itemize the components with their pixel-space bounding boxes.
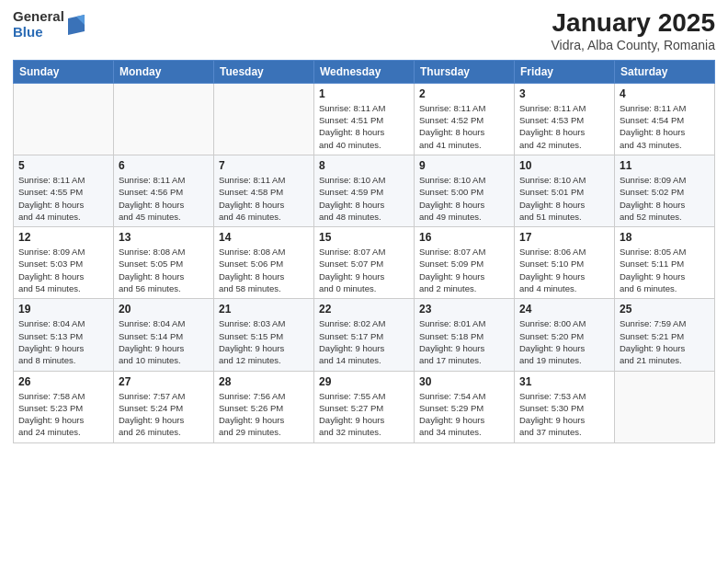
day-number: 7 [219,159,309,172]
week-row-1: 1Sunrise: 8:11 AM Sunset: 4:51 PM Daylig… [14,83,715,155]
day-info: Sunrise: 7:53 AM Sunset: 5:30 PM Dayligh… [519,390,609,439]
day-info: Sunrise: 8:08 AM Sunset: 5:05 PM Dayligh… [119,246,209,294]
day-number: 1 [319,87,409,100]
day-info: Sunrise: 8:10 AM Sunset: 5:01 PM Dayligh… [519,174,609,223]
calendar-cell [14,83,114,155]
calendar-cell: 25Sunrise: 7:59 AM Sunset: 5:21 PM Dayli… [615,299,715,371]
day-info: Sunrise: 8:11 AM Sunset: 4:55 PM Dayligh… [18,174,108,223]
day-info: Sunrise: 8:11 AM Sunset: 4:52 PM Dayligh… [419,102,509,151]
calendar-cell: 17Sunrise: 8:06 AM Sunset: 5:10 PM Dayli… [515,227,615,299]
week-row-3: 12Sunrise: 8:09 AM Sunset: 5:03 PM Dayli… [14,227,715,299]
day-number: 4 [620,87,710,100]
logo-icon [68,15,85,35]
calendar-cell: 26Sunrise: 7:58 AM Sunset: 5:23 PM Dayli… [14,371,114,442]
calendar-cell: 3Sunrise: 8:11 AM Sunset: 4:53 PM Daylig… [515,83,615,155]
week-row-4: 19Sunrise: 8:04 AM Sunset: 5:13 PM Dayli… [14,299,715,371]
day-number: 2 [419,87,509,100]
weekday-header-tuesday: Tuesday [214,60,314,83]
day-info: Sunrise: 8:06 AM Sunset: 5:10 PM Dayligh… [519,246,609,294]
day-number: 26 [18,375,108,388]
day-info: Sunrise: 8:09 AM Sunset: 5:02 PM Dayligh… [620,174,710,223]
day-number: 28 [219,375,309,388]
day-number: 25 [620,303,710,316]
calendar-cell: 23Sunrise: 8:01 AM Sunset: 5:18 PM Dayli… [415,299,515,371]
calendar-cell: 1Sunrise: 8:11 AM Sunset: 4:51 PM Daylig… [314,83,415,155]
day-info: Sunrise: 8:11 AM Sunset: 4:51 PM Dayligh… [319,102,409,151]
day-number: 14 [219,231,309,244]
calendar-cell: 20Sunrise: 8:04 AM Sunset: 5:14 PM Dayli… [114,299,214,371]
day-number: 22 [319,303,409,316]
calendar-cell: 22Sunrise: 8:02 AM Sunset: 5:17 PM Dayli… [314,299,415,371]
day-number: 24 [519,303,609,316]
day-number: 20 [119,303,209,316]
calendar-cell: 10Sunrise: 8:10 AM Sunset: 5:01 PM Dayli… [515,155,615,226]
day-info: Sunrise: 8:09 AM Sunset: 5:03 PM Dayligh… [18,246,108,294]
calendar-cell: 8Sunrise: 8:10 AM Sunset: 4:59 PM Daylig… [314,155,415,226]
calendar-cell: 12Sunrise: 8:09 AM Sunset: 5:03 PM Dayli… [14,227,114,299]
day-info: Sunrise: 8:07 AM Sunset: 5:09 PM Dayligh… [419,246,509,294]
day-info: Sunrise: 7:55 AM Sunset: 5:27 PM Dayligh… [319,390,409,439]
day-info: Sunrise: 8:10 AM Sunset: 5:00 PM Dayligh… [419,174,509,223]
day-number: 3 [519,87,609,100]
day-info: Sunrise: 7:54 AM Sunset: 5:29 PM Dayligh… [419,390,509,439]
day-info: Sunrise: 7:58 AM Sunset: 5:23 PM Dayligh… [18,390,108,439]
calendar-cell: 6Sunrise: 8:11 AM Sunset: 4:56 PM Daylig… [114,155,214,226]
calendar-cell: 28Sunrise: 7:56 AM Sunset: 5:26 PM Dayli… [214,371,314,442]
weekday-header-friday: Friday [515,60,615,83]
month-title: January 2025 [552,9,715,38]
day-number: 6 [119,159,209,172]
day-info: Sunrise: 8:04 AM Sunset: 5:14 PM Dayligh… [119,317,209,366]
logo-text: General Blue [13,9,64,40]
logo-blue: Blue [13,25,64,40]
day-info: Sunrise: 7:57 AM Sunset: 5:24 PM Dayligh… [119,390,209,439]
day-number: 27 [119,375,209,388]
calendar-cell [214,83,314,155]
calendar-cell: 9Sunrise: 8:10 AM Sunset: 5:00 PM Daylig… [415,155,515,226]
day-info: Sunrise: 8:11 AM Sunset: 4:53 PM Dayligh… [519,102,609,151]
day-number: 12 [18,231,108,244]
day-number: 21 [219,303,309,316]
day-info: Sunrise: 8:08 AM Sunset: 5:06 PM Dayligh… [219,246,309,294]
calendar-cell: 24Sunrise: 8:00 AM Sunset: 5:20 PM Dayli… [515,299,615,371]
day-number: 9 [419,159,509,172]
calendar-cell: 27Sunrise: 7:57 AM Sunset: 5:24 PM Dayli… [114,371,214,442]
day-info: Sunrise: 8:07 AM Sunset: 5:07 PM Dayligh… [319,246,409,294]
calendar-cell: 5Sunrise: 8:11 AM Sunset: 4:55 PM Daylig… [14,155,114,226]
logo-general: General [13,9,64,25]
calendar-cell: 30Sunrise: 7:54 AM Sunset: 5:29 PM Dayli… [415,371,515,442]
header: General Blue January 2025 Vidra, Alba Co… [13,9,715,52]
calendar-cell: 2Sunrise: 8:11 AM Sunset: 4:52 PM Daylig… [415,83,515,155]
day-info: Sunrise: 7:59 AM Sunset: 5:21 PM Dayligh… [620,317,710,366]
calendar-cell: 11Sunrise: 8:09 AM Sunset: 5:02 PM Dayli… [615,155,715,226]
day-number: 5 [18,159,108,172]
location: Vidra, Alba County, Romania [552,38,715,52]
day-number: 13 [119,231,209,244]
calendar-cell: 31Sunrise: 7:53 AM Sunset: 5:30 PM Dayli… [515,371,615,442]
calendar-cell: 15Sunrise: 8:07 AM Sunset: 5:07 PM Dayli… [314,227,415,299]
calendar-cell [615,371,715,442]
weekday-header-wednesday: Wednesday [314,60,415,83]
calendar-container: General Blue January 2025 Vidra, Alba Co… [0,0,728,563]
calendar-cell [114,83,214,155]
weekday-header-row: SundayMondayTuesdayWednesdayThursdayFrid… [14,60,715,83]
calendar-cell: 7Sunrise: 8:11 AM Sunset: 4:58 PM Daylig… [214,155,314,226]
calendar-cell: 18Sunrise: 8:05 AM Sunset: 5:11 PM Dayli… [615,227,715,299]
day-info: Sunrise: 7:56 AM Sunset: 5:26 PM Dayligh… [219,390,309,439]
day-info: Sunrise: 8:02 AM Sunset: 5:17 PM Dayligh… [319,317,409,366]
logo: General Blue [13,9,85,40]
day-info: Sunrise: 8:01 AM Sunset: 5:18 PM Dayligh… [419,317,509,366]
day-info: Sunrise: 8:00 AM Sunset: 5:20 PM Dayligh… [519,317,609,366]
calendar-cell: 19Sunrise: 8:04 AM Sunset: 5:13 PM Dayli… [14,299,114,371]
day-info: Sunrise: 8:04 AM Sunset: 5:13 PM Dayligh… [18,317,108,366]
calendar-cell: 13Sunrise: 8:08 AM Sunset: 5:05 PM Dayli… [114,227,214,299]
weekday-header-sunday: Sunday [14,60,114,83]
day-number: 30 [419,375,509,388]
day-number: 18 [620,231,710,244]
day-info: Sunrise: 8:03 AM Sunset: 5:15 PM Dayligh… [219,317,309,366]
weekday-header-thursday: Thursday [415,60,515,83]
title-section: January 2025 Vidra, Alba County, Romania [552,9,715,52]
calendar-table: SundayMondayTuesdayWednesdayThursdayFrid… [13,60,715,443]
day-number: 15 [319,231,409,244]
calendar-cell: 21Sunrise: 8:03 AM Sunset: 5:15 PM Dayli… [214,299,314,371]
day-number: 17 [519,231,609,244]
